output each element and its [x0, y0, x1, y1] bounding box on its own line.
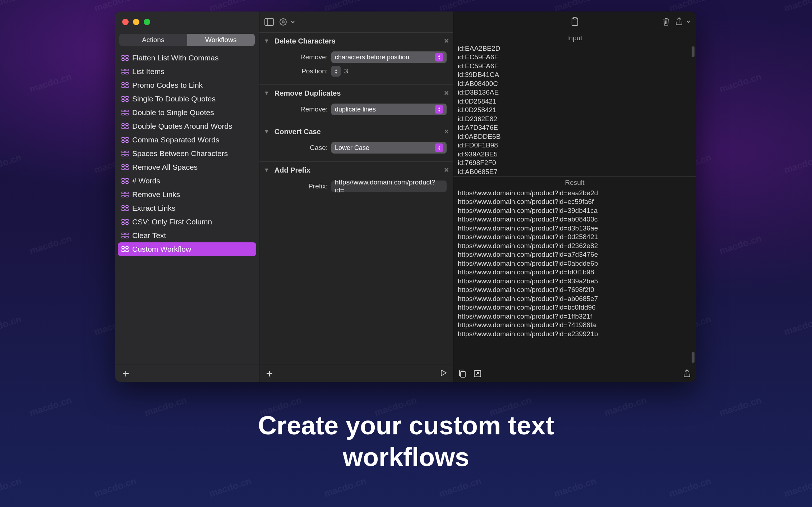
- open-external-icon[interactable]: [474, 370, 481, 378]
- add-workflow-button[interactable]: [121, 369, 130, 378]
- svg-rect-7: [126, 72, 128, 74]
- sidebar-item-label: Clear Text: [132, 231, 166, 240]
- svg-rect-35: [126, 168, 128, 170]
- select-caret-icon: [435, 53, 443, 61]
- sidebar-item[interactable]: Extract Links: [118, 201, 256, 215]
- result-lines: https//www.domain.com/product?id=eaa2be2…: [458, 189, 692, 339]
- sidebar-item-label: # Words: [132, 177, 160, 185]
- input-text[interactable]: id:EAA2BE2D id:EC59FA6F id:EC59FA6F id:3…: [453, 44, 696, 176]
- svg-rect-43: [126, 195, 128, 197]
- svg-rect-51: [126, 223, 128, 224]
- result-pane: Result https//www.domain.com/product?id=…: [453, 177, 696, 365]
- sidebar-item[interactable]: Clear Text: [118, 229, 256, 242]
- sidebar-item[interactable]: Comma Separated Words: [118, 133, 256, 147]
- remove-step-button[interactable]: ×: [444, 36, 449, 46]
- svg-rect-50: [122, 223, 124, 224]
- disclosure-triangle-icon[interactable]: ▼: [264, 128, 269, 135]
- svg-rect-12: [122, 96, 124, 98]
- sidebar-item[interactable]: Flatten List With Commas: [118, 51, 256, 65]
- svg-rect-25: [126, 137, 128, 139]
- stepper-input[interactable]: [331, 66, 341, 77]
- add-step-button[interactable]: [265, 369, 274, 378]
- sidebar-item-label: Flatten List With Commas: [132, 54, 218, 62]
- sidebar-item[interactable]: # Words: [118, 174, 256, 188]
- sidebar-item[interactable]: Double to Single Quotes: [118, 106, 256, 119]
- svg-rect-11: [126, 86, 128, 88]
- select-input[interactable]: duplicate lines: [331, 104, 447, 115]
- workflow-icon: [121, 150, 129, 157]
- workflow-step: ▼Remove Duplicates×Remove:duplicate line…: [259, 84, 453, 123]
- sidebar-toggle-icon[interactable]: [264, 18, 274, 26]
- sidebar-item[interactable]: Single To Double Quotes: [118, 92, 256, 106]
- svg-rect-16: [122, 110, 124, 112]
- copy-icon[interactable]: [458, 369, 466, 378]
- svg-rect-9: [126, 83, 128, 84]
- step-row-label: Case:: [259, 144, 331, 152]
- step-header[interactable]: ▼Add Prefix×: [259, 162, 453, 179]
- io-panel: Input id:EAA2BE2D id:EC59FA6F id:EC59FA6…: [453, 12, 696, 382]
- step-title: Add Prefix: [274, 166, 310, 174]
- sidebar-item-label: Extract Links: [132, 204, 175, 213]
- sidebar-item[interactable]: Promo Codes to Link: [118, 78, 256, 92]
- minimize-window-button[interactable]: [133, 19, 139, 25]
- workflow-step: ▼Convert Case×Case:Lower Case: [259, 123, 453, 161]
- trash-icon[interactable]: [662, 17, 670, 26]
- sidebar-item[interactable]: CSV: Only First Column: [118, 215, 256, 229]
- step-header[interactable]: ▼Convert Case×: [259, 123, 453, 141]
- tab-workflows[interactable]: Workflows: [187, 34, 255, 46]
- zoom-window-button[interactable]: [144, 19, 150, 25]
- input-lines: id:EAA2BE2D id:EC59FA6F id:EC59FA6F id:3…: [458, 44, 692, 176]
- disclosure-triangle-icon[interactable]: ▼: [264, 38, 269, 44]
- sidebar-item[interactable]: Custom Workflow: [118, 242, 256, 256]
- svg-rect-30: [122, 154, 124, 156]
- workflow-step: ▼Delete Characters×Remove:characters bef…: [259, 32, 453, 84]
- remove-step-button[interactable]: ×: [444, 127, 449, 136]
- workflow-editor: ▼Delete Characters×Remove:characters bef…: [259, 12, 453, 382]
- svg-rect-59: [126, 250, 128, 252]
- svg-rect-34: [122, 168, 124, 170]
- svg-rect-21: [126, 124, 128, 125]
- workflow-step: ▼Add Prefix×Prefix:https//www.domain.com…: [259, 161, 453, 200]
- chevron-down-icon[interactable]: [686, 19, 691, 24]
- workflow-icon: [121, 68, 129, 75]
- remove-step-button[interactable]: ×: [444, 88, 449, 98]
- stepper-value[interactable]: 3: [344, 67, 348, 75]
- disclosure-triangle-icon[interactable]: ▼: [264, 90, 269, 96]
- svg-rect-38: [122, 182, 124, 183]
- sidebar-item[interactable]: List Items: [118, 65, 256, 78]
- close-window-button[interactable]: [122, 19, 129, 25]
- remove-step-button[interactable]: ×: [444, 165, 449, 175]
- disclosure-triangle-icon[interactable]: ▼: [264, 167, 269, 173]
- text-input[interactable]: https//www.domain.com/product?id=: [331, 181, 447, 192]
- result-text[interactable]: https//www.domain.com/product?id=eaa2be2…: [453, 189, 696, 365]
- svg-rect-27: [126, 141, 128, 142]
- svg-rect-14: [122, 100, 124, 101]
- share-icon[interactable]: [675, 17, 683, 26]
- sidebar-item[interactable]: Double Quotes Around Words: [118, 119, 256, 133]
- sidebar-item[interactable]: Remove All Spaces: [118, 160, 256, 174]
- editor-toolbar: [259, 12, 453, 32]
- svg-point-61: [280, 19, 286, 25]
- steps-list: ▼Delete Characters×Remove:characters bef…: [259, 32, 453, 365]
- clipboard-icon[interactable]: [571, 17, 579, 26]
- sidebar-footer: [115, 365, 259, 382]
- svg-rect-3: [126, 59, 128, 60]
- chevron-down-icon[interactable]: [290, 19, 295, 24]
- tab-actions[interactable]: Actions: [119, 34, 187, 46]
- svg-rect-1: [126, 55, 128, 57]
- workflow-icon: [121, 164, 129, 170]
- scrollbar-thumb[interactable]: [692, 46, 695, 57]
- svg-rect-55: [126, 236, 128, 238]
- sidebar-item[interactable]: Spaces Between Characters: [118, 147, 256, 160]
- select-input[interactable]: Lower Case: [331, 142, 447, 154]
- run-button[interactable]: [439, 369, 447, 378]
- gear-icon[interactable]: [279, 18, 287, 26]
- sidebar-item[interactable]: Remove Links: [118, 188, 256, 201]
- select-input[interactable]: characters before position: [331, 51, 447, 63]
- scrollbar-thumb[interactable]: [692, 352, 695, 363]
- step-header[interactable]: ▼Remove Duplicates×: [259, 85, 453, 102]
- export-icon[interactable]: [683, 369, 691, 378]
- step-header[interactable]: ▼Delete Characters×: [259, 33, 453, 50]
- svg-rect-5: [126, 69, 128, 71]
- input-pane: Input id:EAA2BE2D id:EC59FA6F id:EC59FA6…: [453, 32, 696, 177]
